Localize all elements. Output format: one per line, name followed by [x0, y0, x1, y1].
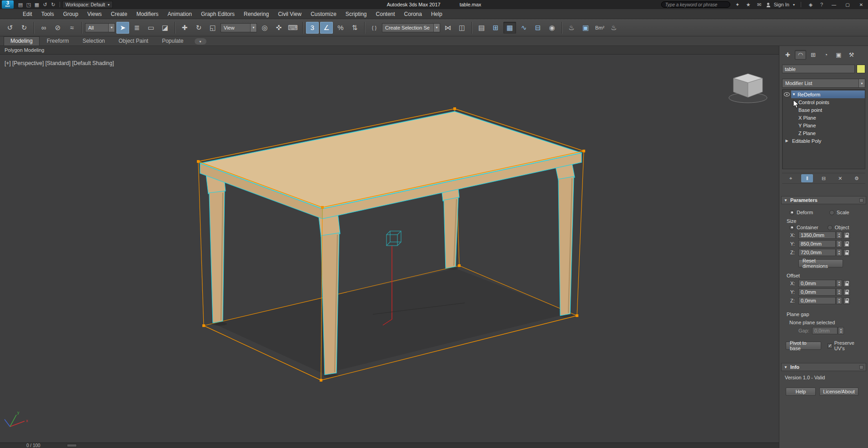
visibility-eye-icon[interactable]	[784, 92, 790, 96]
bind-to-space-warp-icon[interactable]: ≈	[65, 22, 78, 34]
schematic-view-icon[interactable]: ⊟	[532, 22, 544, 34]
pivot-to-base-button[interactable]: Pivot to base	[786, 342, 821, 350]
spinner-icon[interactable]: ▴▾	[836, 249, 842, 256]
tab-populate[interactable]: Populate	[156, 37, 190, 45]
search-input[interactable]	[661, 1, 730, 8]
undo-icon[interactable]: ↺	[4, 22, 16, 34]
info-rollout-header[interactable]: ▼ Info	[781, 363, 866, 371]
spinner-icon[interactable]: ▴▾	[836, 280, 842, 287]
lock-icon[interactable]	[843, 241, 850, 247]
tab-display-icon[interactable]: ▣	[833, 50, 844, 60]
select-by-name-icon[interactable]: ≣	[130, 22, 143, 34]
spinner-icon[interactable]: ▴▾	[836, 288, 842, 296]
tab-hierarchy-icon[interactable]: ⊞	[808, 50, 819, 60]
rectangular-selection-region-icon[interactable]: ▭	[145, 22, 157, 34]
menu-rendering[interactable]: Rendering	[239, 10, 273, 19]
scale-radio[interactable]	[829, 210, 834, 215]
window-crossing-icon[interactable]: ◪	[159, 22, 171, 34]
toggle-layer-explorer-icon[interactable]: ⊞	[489, 22, 502, 34]
menu-create[interactable]: Create	[106, 10, 132, 19]
menu-corona[interactable]: Corona	[400, 10, 426, 19]
tab-utilities-icon[interactable]: ⚒	[846, 50, 857, 60]
menu-tools[interactable]: Tools	[37, 10, 59, 19]
close-button[interactable]: ✕	[856, 1, 866, 8]
show-end-result-icon[interactable]: ‖	[801, 174, 813, 182]
menu-scripting[interactable]: Scripting	[341, 10, 371, 19]
toggle-ribbon-icon[interactable]: ▦	[503, 22, 516, 34]
lock-icon[interactable]	[843, 297, 850, 304]
perspective-viewport[interactable]: x y [+] [Perspective] [Standard] [Defaul…	[0, 55, 779, 443]
menu-help[interactable]: Help	[426, 10, 447, 19]
time-slider-fragment[interactable]: 0 / 100	[0, 443, 779, 448]
ribbon-config-dropdown[interactable]: ▾	[195, 38, 206, 45]
modifier-list-dropdown[interactable]: Modifier List ▾	[782, 79, 865, 88]
selection-filter-dropdown[interactable]: All ▾	[85, 23, 115, 32]
offset-y-field[interactable]: 0,0mm	[798, 288, 836, 296]
use-pivot-point-center-icon[interactable]: ◎	[258, 22, 271, 34]
reset-dimensions-button[interactable]: Reset dimensions	[798, 259, 843, 267]
lock-icon[interactable]	[843, 249, 850, 256]
container-radio[interactable]	[789, 225, 794, 230]
redo-quick-icon[interactable]: ↻	[49, 1, 57, 8]
menu-animation[interactable]: Animation	[163, 10, 196, 19]
rendered-frame-window-icon[interactable]: ▣	[579, 22, 592, 34]
tab-selection[interactable]: Selection	[76, 37, 111, 45]
lock-icon[interactable]	[843, 289, 850, 296]
select-and-scale-icon[interactable]: ◱	[206, 22, 219, 34]
material-editor-icon[interactable]: ◉	[546, 22, 558, 34]
menu-group[interactable]: Group	[59, 10, 83, 19]
help-icon[interactable]: ?	[818, 2, 825, 7]
select-and-manipulate-icon[interactable]: ✜	[272, 22, 285, 34]
configure-modifier-sets-icon[interactable]: ⚙	[851, 174, 863, 182]
reference-coordinate-dropdown[interactable]: View ▾	[221, 23, 257, 32]
remove-modifier-icon[interactable]: ✕	[834, 174, 846, 182]
curve-editor-icon[interactable]: ∿	[517, 22, 530, 34]
angle-snap-toggle-icon[interactable]: ∠	[320, 22, 333, 34]
select-object-icon[interactable]: ➤	[116, 22, 129, 34]
viewport-canvas[interactable]: x y	[0, 55, 779, 443]
size-z-field[interactable]: 720,0mm	[798, 249, 836, 256]
chevron-down-icon[interactable]: ▾	[793, 3, 795, 7]
object-name-field[interactable]	[782, 65, 855, 73]
tab-modify-icon[interactable]: ◠	[795, 50, 806, 60]
undo-quick-icon[interactable]: ↺	[41, 1, 49, 8]
menu-modifiers[interactable]: Modifiers	[132, 10, 163, 19]
object-radio[interactable]	[828, 225, 833, 230]
stack-row-editable-poly[interactable]: ▶ Editable Poly	[783, 137, 865, 145]
offset-z-field[interactable]: 0,0mm	[798, 297, 836, 304]
menu-civil-view[interactable]: Civil View	[273, 10, 306, 19]
stack-row-x-plane[interactable]: X Plane	[783, 114, 865, 121]
menu-customize[interactable]: Customize	[306, 10, 341, 19]
mirror-icon[interactable]: ⋈	[442, 22, 454, 34]
lock-icon[interactable]	[843, 232, 850, 239]
expand-closed-icon[interactable]: ▶	[785, 139, 788, 143]
polygon-modeling-panel-header[interactable]: Polygon Modeling	[0, 46, 779, 55]
workspace-dropdown[interactable]: Workspace: Default ▾	[62, 1, 113, 8]
envelope-icon[interactable]: ✉	[756, 2, 763, 8]
rollout-menu-icon[interactable]	[859, 365, 863, 369]
align-icon[interactable]: ◫	[456, 22, 468, 34]
lock-icon[interactable]	[843, 280, 850, 287]
render-setup-icon[interactable]: ♨	[565, 22, 578, 34]
expand-open-icon[interactable]: ▼	[792, 92, 796, 96]
unlink-selection-icon[interactable]: ⊘	[51, 22, 64, 34]
viewport-label[interactable]: [+] [Perspective] [Standard] [Default Sh…	[5, 60, 114, 66]
make-unique-icon[interactable]: ⊟	[818, 174, 830, 182]
tab-freeform[interactable]: Freeform	[40, 37, 75, 45]
star-icon[interactable]: ★	[745, 2, 752, 8]
minimize-button[interactable]: —	[829, 1, 839, 8]
pin-stack-icon[interactable]: ⌖	[785, 174, 797, 182]
license-about-button[interactable]: License/About	[819, 388, 858, 396]
tab-create-icon[interactable]: ✚	[782, 50, 793, 60]
offset-x-field[interactable]: 0,0mm	[798, 280, 836, 287]
sparkle-icon[interactable]: ✦	[734, 2, 741, 8]
object-color-swatch[interactable]	[857, 65, 865, 73]
app-logo[interactable]: 3MAX	[2, 0, 14, 9]
rollout-menu-icon[interactable]	[859, 198, 863, 202]
select-and-move-icon[interactable]: ✚	[178, 22, 191, 34]
render-production-icon[interactable]: ♨	[607, 22, 620, 34]
deform-radio[interactable]	[789, 210, 794, 215]
stack-row-y-plane[interactable]: Y Plane	[783, 121, 865, 129]
toggle-scene-explorer-icon[interactable]: ▤	[475, 22, 488, 34]
help-button[interactable]: Help	[786, 388, 816, 396]
